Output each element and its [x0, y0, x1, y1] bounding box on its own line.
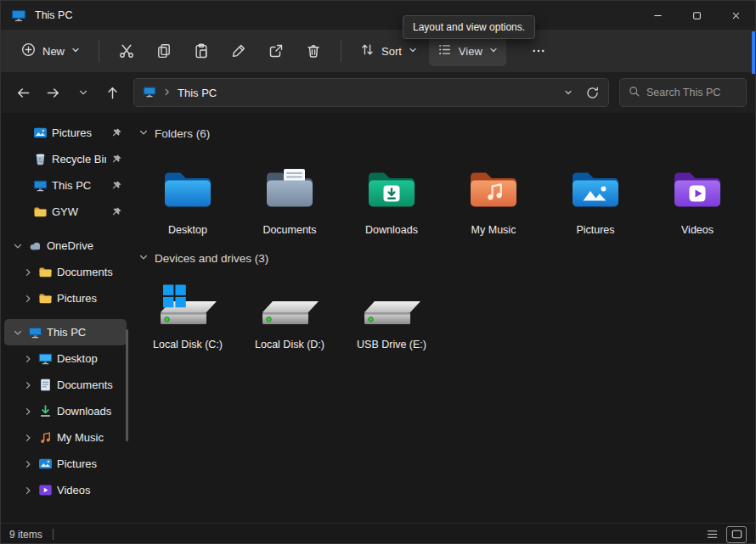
- pin-icon: [110, 153, 123, 165]
- drives-grid: Local Disk (C:)Local Disk (D:)USB Drive …: [137, 272, 755, 357]
- sidebar-item-label: GYW: [52, 205, 106, 218]
- large-icons-view-button[interactable]: [726, 526, 747, 543]
- chevron-right-icon[interactable]: [21, 431, 34, 445]
- sidebar-item-label: Documents: [57, 379, 123, 391]
- status-bar: 9 items: [1, 523, 755, 544]
- more-options-button[interactable]: [522, 36, 556, 66]
- sidebar-item-label: This PC: [52, 179, 106, 192]
- tile-documents[interactable]: Documents: [239, 147, 341, 243]
- chevron-right-icon[interactable]: [21, 266, 34, 279]
- pin-icon: [110, 126, 123, 139]
- sidebar-item-my-music[interactable]: My Music: [4, 424, 127, 451]
- pc-icon: [28, 325, 42, 339]
- sidebar-item-label: Downloads: [57, 405, 123, 418]
- tile-usb-drive-e[interactable]: USB Drive (E:): [341, 272, 443, 357]
- tile-local-disk-d[interactable]: Local Disk (D:): [239, 272, 341, 357]
- chevron-right-icon[interactable]: [21, 405, 34, 418]
- rename-button[interactable]: [222, 36, 256, 66]
- sidebar-item-downloads[interactable]: Downloads: [4, 398, 127, 424]
- sidebar-item-recycle-bin[interactable]: Recycle Bin: [4, 146, 127, 172]
- folder-documents-icon: [262, 159, 317, 216]
- tile-desktop[interactable]: Desktop: [137, 147, 239, 243]
- tile-label: My Music: [471, 224, 516, 236]
- sidebar-item-label: Videos: [57, 484, 123, 496]
- sidebar-item-label: Pictures: [52, 126, 106, 139]
- sidebar-item-videos[interactable]: Videos: [4, 477, 127, 503]
- sidebar-item-this-pc[interactable]: This PC: [4, 172, 127, 199]
- plus-icon: [20, 42, 37, 60]
- cut-button[interactable]: [110, 36, 144, 66]
- window-controls: [638, 1, 755, 30]
- sort-button[interactable]: Sort: [352, 36, 426, 66]
- sidebar-item-onedrive[interactable]: OneDrive: [4, 233, 127, 259]
- chevron-right-icon[interactable]: [21, 292, 34, 306]
- folders-grid: DesktopDocumentsDownloadsMy MusicPicture…: [137, 147, 755, 243]
- section-folders-header[interactable]: Folders (6): [138, 123, 210, 143]
- sidebar-item-documents[interactable]: Documents: [4, 259, 127, 285]
- sidebar-item-pictures[interactable]: Pictures: [4, 120, 127, 146]
- sidebar-item-label: OneDrive: [47, 239, 123, 252]
- toolbar-separator: [341, 40, 341, 62]
- paste-button[interactable]: [184, 36, 218, 66]
- details-view-button[interactable]: [702, 526, 722, 543]
- close-button[interactable]: [716, 1, 755, 30]
- sidebar-item-gyw[interactable]: GYW: [4, 199, 127, 225]
- sidebar-item-documents[interactable]: Documents: [4, 372, 127, 398]
- drive-icon: [361, 278, 422, 331]
- sidebar-item-this-pc[interactable]: This PC: [4, 319, 127, 345]
- chevron-down-icon[interactable]: [11, 239, 24, 253]
- up-button[interactable]: [99, 79, 127, 107]
- forward-button[interactable]: [39, 79, 67, 107]
- copy-button[interactable]: [147, 36, 181, 66]
- tile-pictures[interactable]: Pictures: [544, 147, 646, 243]
- share-button[interactable]: [259, 36, 293, 66]
- folder-music-icon: [466, 159, 521, 216]
- tile-downloads[interactable]: Downloads: [341, 147, 443, 243]
- folder-desktop-icon: [161, 159, 215, 216]
- view-button[interactable]: View: [429, 36, 506, 66]
- tile-local-disk-c[interactable]: Local Disk (C:): [137, 272, 239, 357]
- chevron-right-icon[interactable]: [21, 352, 34, 366]
- pin-icon: [110, 205, 123, 218]
- sidebar-item-pictures[interactable]: Pictures: [4, 451, 127, 477]
- refresh-button[interactable]: [585, 86, 600, 100]
- pc-icon: [33, 178, 48, 193]
- section-devices-header[interactable]: Devices and drives (3): [138, 248, 268, 268]
- sidebar-scrollbar[interactable]: [126, 329, 128, 441]
- this-pc-icon: [143, 85, 156, 101]
- minimize-button[interactable]: [638, 1, 677, 30]
- recent-locations-button[interactable]: [69, 79, 97, 107]
- chevron-right-icon[interactable]: [21, 457, 34, 471]
- folder-downloads-icon: [364, 159, 419, 216]
- navigation-bar: This PC: [1, 72, 755, 113]
- maximize-button[interactable]: [677, 1, 716, 30]
- chevron-right-icon[interactable]: [21, 484, 34, 497]
- items-count: 9 items: [9, 529, 42, 541]
- back-button[interactable]: [9, 79, 37, 107]
- view-button-label: View: [459, 45, 482, 58]
- sidebar-item-pictures[interactable]: Pictures: [4, 285, 127, 311]
- delete-button[interactable]: [296, 36, 330, 66]
- chevron-down-icon[interactable]: [11, 326, 24, 339]
- address-bar[interactable]: This PC: [133, 78, 609, 107]
- chevron-right-icon[interactable]: [21, 379, 34, 392]
- file-explorer-window: This PC New Sort View: [0, 0, 756, 544]
- search-box: [619, 78, 747, 107]
- address-dropdown-button[interactable]: [563, 87, 573, 98]
- breadcrumb[interactable]: This PC: [178, 87, 217, 99]
- command-bar: New Sort View: [1, 30, 755, 72]
- tile-label: Downloads: [365, 224, 418, 236]
- recycle-icon: [33, 152, 48, 166]
- tile-my-music[interactable]: My Music: [443, 147, 544, 243]
- tile-label: Desktop: [168, 224, 207, 236]
- tooltip-text: Layout and view options.: [413, 21, 525, 33]
- tile-videos[interactable]: Videos: [646, 147, 748, 243]
- content-pane: Folders (6) DesktopDocumentsDownloadsMy …: [130, 113, 755, 523]
- chevron-spacer: [16, 179, 29, 193]
- search-icon: [628, 85, 640, 100]
- cloud-icon: [28, 238, 42, 253]
- new-button[interactable]: New: [13, 36, 88, 66]
- search-input[interactable]: [646, 87, 738, 98]
- sidebar-item-desktop[interactable]: Desktop: [4, 345, 127, 372]
- folder-icon: [38, 265, 53, 279]
